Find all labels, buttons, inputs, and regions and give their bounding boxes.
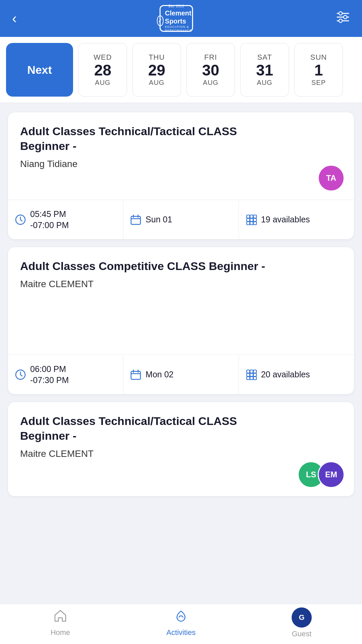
- time-text-0: 05:45 PM-07:00 PM: [30, 209, 69, 230]
- date-text-0: Sun 01: [145, 214, 172, 225]
- svg-rect-30: [253, 373, 256, 376]
- content-area: Adult Classes Technical/Tactical CLASS B…: [0, 103, 362, 505]
- avail-text-1: 20 availables: [261, 369, 310, 380]
- svg-rect-25: [247, 370, 250, 373]
- activities-icon: [174, 608, 188, 626]
- class-card-2[interactable]: Adult Classes Technical/Tactical CLASS B…: [8, 402, 354, 496]
- svg-rect-33: [253, 377, 256, 380]
- logo-image: Est. 2013 ✓ Clement Sports EDUCATION & P…: [160, 5, 193, 32]
- svg-rect-26: [250, 370, 253, 373]
- date-item-fri[interactable]: FRI 30 AUG: [186, 43, 235, 97]
- footer-date-0: Sun 01: [123, 200, 239, 239]
- card-body-1: Adult Classes Competitive CLASS Beginner…: [8, 247, 354, 355]
- card-instructor-2: Maitre CLEMENT: [20, 448, 342, 459]
- logo-sub: EDUCATION & PERFORMANCE: [165, 25, 196, 33]
- class-card-0[interactable]: Adult Classes Technical/Tactical CLASS B…: [8, 112, 354, 239]
- card-footer-1: 06:00 PM-07:30 PM Mon 02: [8, 355, 354, 394]
- grid-icon-1: [246, 369, 257, 380]
- avatar-ta: TA: [318, 165, 345, 192]
- back-button[interactable]: ‹: [12, 10, 17, 26]
- class-card-1[interactable]: Adult Classes Competitive CLASS Beginner…: [8, 247, 354, 394]
- footer-date-1: Mon 02: [123, 355, 239, 394]
- clock-icon-1: [15, 369, 26, 380]
- svg-rect-17: [247, 222, 250, 225]
- svg-rect-13: [253, 215, 256, 218]
- footer-time-0: 05:45 PM-07:00 PM: [8, 200, 123, 239]
- svg-rect-18: [250, 222, 253, 225]
- calendar-icon-1: [130, 369, 141, 380]
- svg-rect-27: [253, 370, 256, 373]
- card-title-1: Adult Classes Competitive CLASS Beginner…: [20, 259, 271, 273]
- footer-avail-1: 20 availables: [239, 355, 354, 394]
- svg-point-5: [339, 19, 342, 22]
- nav-home[interactable]: Home: [34, 608, 87, 637]
- date-item-sat[interactable]: SAT 31 AUG: [240, 43, 289, 97]
- svg-rect-28: [247, 373, 250, 376]
- svg-rect-21: [131, 371, 140, 379]
- svg-rect-19: [253, 222, 256, 225]
- card-body-2: Adult Classes Technical/Tactical CLASS B…: [8, 402, 354, 496]
- clock-icon: [15, 214, 26, 225]
- grid-icon-0: [246, 214, 257, 225]
- next-button[interactable]: Next: [6, 43, 73, 97]
- card-footer-0: 05:45 PM-07:00 PM Sun 01: [8, 200, 354, 239]
- avail-text-0: 19 availables: [261, 214, 310, 225]
- svg-rect-29: [250, 373, 253, 376]
- nav-activities-label: Activities: [167, 628, 196, 637]
- svg-rect-7: [131, 216, 140, 224]
- card-instructor-1: Maitre CLEMENT: [20, 279, 342, 289]
- nav-guest[interactable]: G Guest: [275, 607, 328, 638]
- svg-rect-11: [247, 215, 250, 218]
- home-icon: [53, 608, 68, 626]
- svg-rect-31: [247, 377, 250, 380]
- bottom-navigation: Home Activities G Guest: [0, 604, 362, 644]
- svg-point-4: [344, 15, 347, 19]
- nav-guest-label: Guest: [292, 630, 312, 638]
- date-text-1: Mon 02: [145, 369, 173, 380]
- avatar-container-2: LS EM: [298, 461, 345, 488]
- time-text-1: 06:00 PM-07:30 PM: [30, 364, 69, 385]
- svg-point-3: [339, 12, 342, 15]
- svg-rect-32: [250, 377, 253, 380]
- date-item-wed[interactable]: WED 28 AUG: [78, 43, 127, 97]
- nav-home-label: Home: [51, 628, 70, 637]
- card-title-2: Adult Classes Technical/Tactical CLASS B…: [20, 414, 271, 443]
- filter-button[interactable]: [336, 10, 350, 27]
- logo-brand: Clement Sports: [165, 9, 196, 25]
- calendar-icon-0: [130, 214, 141, 225]
- guest-avatar: G: [292, 607, 312, 628]
- logo: Est. 2013 ✓ Clement Sports EDUCATION & P…: [160, 5, 193, 32]
- card-title-0: Adult Classes Technical/Tactical CLASS B…: [20, 124, 271, 153]
- footer-time-1: 06:00 PM-07:30 PM: [8, 355, 123, 394]
- svg-rect-16: [253, 218, 256, 221]
- avatar-container-0: TA: [318, 165, 345, 192]
- header: ‹ Est. 2013 ✓ Clement Sports EDUCATION &…: [0, 0, 362, 37]
- card-instructor-0: Niang Tidiane: [20, 159, 342, 169]
- card-body-0: Adult Classes Technical/Tactical CLASS B…: [8, 112, 354, 200]
- date-item-sun[interactable]: SUN 1 SEP: [294, 43, 343, 97]
- svg-rect-12: [250, 215, 253, 218]
- svg-rect-15: [250, 218, 253, 221]
- footer-avail-0: 19 availables: [239, 200, 354, 239]
- avatar-em: EM: [318, 461, 345, 488]
- nav-activities[interactable]: Activities: [154, 608, 208, 637]
- date-navigation: Next WED 28 AUG THU 29 AUG FRI 30 AUG SA…: [0, 37, 362, 103]
- date-item-thu[interactable]: THU 29 AUG: [132, 43, 181, 97]
- svg-rect-14: [247, 218, 250, 221]
